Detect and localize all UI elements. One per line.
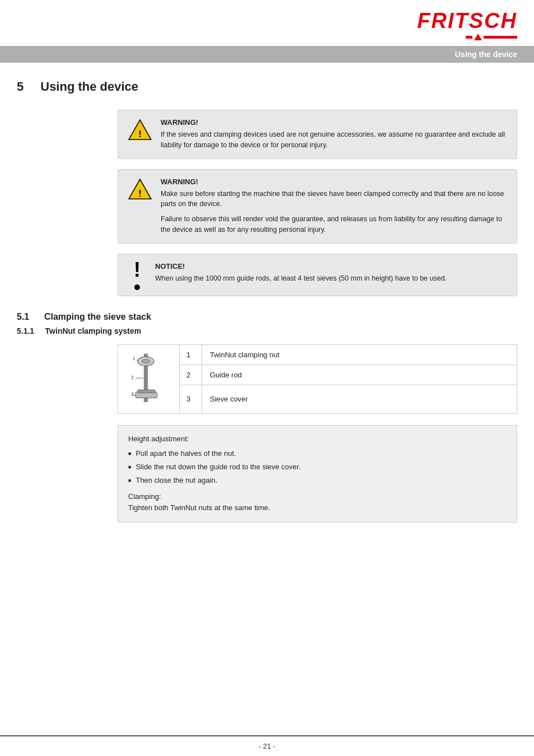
warning-icon-2: ! xyxy=(127,178,153,203)
notice-content: NOTICE! When using the 1000 mm guide rod… xyxy=(155,262,447,284)
section-5-1-heading: 5.1 Clamping the sieve stack xyxy=(17,312,517,322)
warning-text-1: If the sieves and clamping devices used … xyxy=(161,129,508,151)
instructions-box: Height adjustment: Pull apart the halves… xyxy=(118,425,517,523)
notice-icon: ! xyxy=(127,262,147,288)
section-header-text: Using the device xyxy=(455,50,517,59)
notice-box: ! NOTICE! When using the 1000 mm guide r… xyxy=(118,254,517,296)
chapter-title-text: Using the device xyxy=(40,80,138,94)
notice-title: NOTICE! xyxy=(155,262,447,270)
notice-exclamation-mark: ! xyxy=(134,260,140,280)
clamping-title: Clamping: xyxy=(128,491,507,503)
list-item: Then close the nut again. xyxy=(128,475,507,487)
warning-box-2: ! WARNING! Make sure before starting the… xyxy=(118,169,517,244)
twin-nut-svg: 1 2 3 xyxy=(127,351,171,407)
section-5-1-title: Clamping the sieve stack xyxy=(44,312,151,321)
table-row: 3 Sieve cover xyxy=(180,385,517,413)
height-adjustment-title: Height adjustment: xyxy=(128,433,507,445)
row-num-3: 3 xyxy=(180,385,202,413)
svg-text:!: ! xyxy=(138,129,142,139)
svg-rect-13 xyxy=(138,390,155,393)
section-5-1-1-number: 5.1.1 xyxy=(17,326,34,335)
row-label-3: Sieve cover xyxy=(202,390,256,408)
warning-title-2: WARNING! xyxy=(161,178,508,186)
list-item: Pull apart the halves of the nut. xyxy=(128,448,507,460)
warning-icon-1: ! xyxy=(127,118,153,144)
warning-para-2: Failure to observe this will render void… xyxy=(161,214,508,235)
svg-text:2: 2 xyxy=(131,375,134,380)
table-row: 1 TwinNut clamping nut xyxy=(180,345,517,365)
logo-underline xyxy=(466,34,517,40)
twin-nut-table: 1 2 3 1 xyxy=(118,344,517,414)
svg-point-7 xyxy=(142,359,150,363)
svg-text:3: 3 xyxy=(131,392,134,397)
svg-text:1: 1 xyxy=(132,356,135,361)
twin-nut-section: 1 2 3 1 xyxy=(118,344,517,414)
clamping-text: Tighten both TwinNut nuts at the same ti… xyxy=(128,502,507,514)
notice-dot xyxy=(134,284,140,290)
warning-title-1: WARNING! xyxy=(161,118,508,127)
logo-text: FRITSCH xyxy=(417,10,517,31)
chapter-title: 5 Using the device xyxy=(17,80,517,94)
warning-content-1: WARNING! If the sieves and clamping devi… xyxy=(161,118,508,151)
list-item: Slide the nut down the guide rod to the … xyxy=(128,461,507,473)
row-label-2: Guide rod xyxy=(202,366,250,384)
notice-text: When using the 1000 mm guide rods, at le… xyxy=(155,273,447,284)
steps-list: Pull apart the halves of the nut. Slide … xyxy=(128,448,507,486)
page-number: - 21 - xyxy=(259,742,275,750)
row-label-1: TwinNut clamping nut xyxy=(202,346,287,363)
section-5-1-number: 5.1 xyxy=(17,312,29,321)
warning-content-2: WARNING! Make sure before starting the m… xyxy=(161,178,508,235)
section-5-1-1-heading: 5.1.1 TwinNut clamping system xyxy=(17,326,517,335)
twin-nut-rows: 1 TwinNut clamping nut 2 Guide rod 3 Sie… xyxy=(180,345,517,413)
row-num-1: 1 xyxy=(180,345,202,365)
warning-text-2: Make sure before starting the machine th… xyxy=(161,189,508,235)
section-5-1-1-title: TwinNut clamping system xyxy=(45,326,142,335)
logo: FRITSCH xyxy=(417,10,517,40)
warning-box-1: ! WARNING! If the sieves and clamping de… xyxy=(118,110,517,159)
svg-text:!: ! xyxy=(138,188,142,198)
twin-nut-diagram: 1 2 3 xyxy=(118,345,180,413)
page-header: FRITSCH xyxy=(0,0,534,40)
section-header-bar: Using the device xyxy=(0,46,534,63)
page-footer: - 21 - xyxy=(0,735,534,756)
row-num-2: 2 xyxy=(180,365,202,385)
chapter-number: 5 xyxy=(17,80,24,94)
warning-para-1: Make sure before starting the machine th… xyxy=(161,189,508,210)
main-content: 5 Using the device ! WARNING! If the sie… xyxy=(0,63,534,534)
table-row: 2 Guide rod xyxy=(180,365,517,385)
